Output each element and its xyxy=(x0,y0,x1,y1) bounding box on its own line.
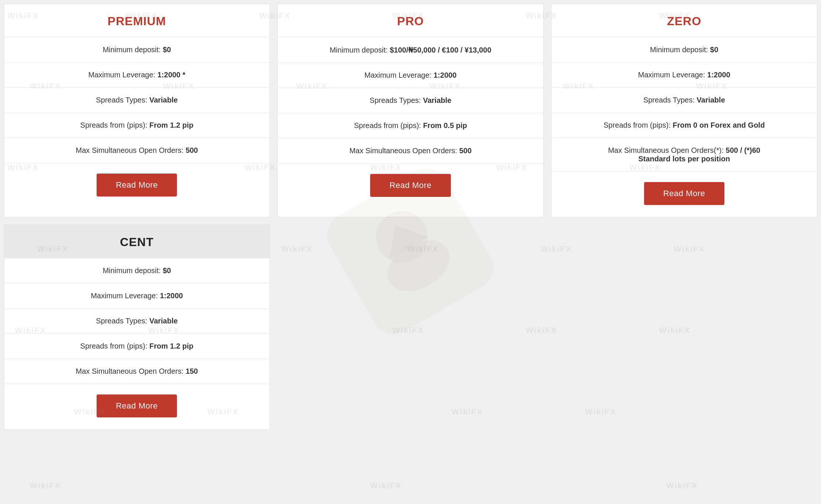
empty-card-2 xyxy=(551,225,817,430)
cent-spreads-types: Spreads Types: Variable xyxy=(4,309,269,334)
premium-title: PREMIUM xyxy=(4,4,269,37)
page-wrapper: WikiFX WikiFX WikiFX WikiFX WikiFX WikiF… xyxy=(0,0,821,504)
premium-btn-row: Read More xyxy=(4,163,269,208)
zero-read-more-button[interactable]: Read More xyxy=(644,182,724,205)
zero-card: ZERO Minimum deposit: $0 Maximum Leverag… xyxy=(551,4,817,217)
cent-read-more-button[interactable]: Read More xyxy=(97,394,177,417)
wm33: WikiFX xyxy=(370,481,402,491)
pro-read-more-button[interactable]: Read More xyxy=(370,174,450,197)
premium-min-deposit: Minimum deposit: $0 xyxy=(4,37,269,63)
cent-max-orders: Max Simultaneous Open Orders: 150 xyxy=(4,359,269,384)
zero-max-orders: Max Simultaneous Open Orders(*): 500 / (… xyxy=(552,138,817,172)
zero-title: ZERO xyxy=(552,4,817,37)
pro-spreads-types: Spreads Types: Variable xyxy=(278,88,543,113)
premium-spreads-from: Spreads from (pips): From 1.2 pip xyxy=(4,113,269,138)
pro-max-orders: Max Simultaneous Open Orders: 500 xyxy=(278,138,543,164)
wm34: WikiFX xyxy=(666,481,698,491)
premium-max-leverage: Maximum Leverage: 1:2000 * xyxy=(4,63,269,88)
premium-card: PREMIUM Minimum deposit: $0 Maximum Leve… xyxy=(4,4,270,217)
premium-read-more-button[interactable]: Read More xyxy=(97,174,177,196)
cent-title: CENT xyxy=(4,225,269,258)
cent-card: CENT Minimum deposit: $0 Maximum Leverag… xyxy=(4,225,270,430)
top-cards-grid: PREMIUM Minimum deposit: $0 Maximum Leve… xyxy=(0,0,821,221)
wm32: WikiFX xyxy=(30,481,61,491)
pro-spreads-from: Spreads from (pips): From 0.5 pip xyxy=(278,113,543,138)
cent-min-deposit: Minimum deposit: $0 xyxy=(4,258,269,283)
pro-title: PRO xyxy=(278,4,543,37)
cent-spreads-from: Spreads from (pips): From 1.2 pip xyxy=(4,334,269,359)
bottom-cards-grid: CENT Minimum deposit: $0 Maximum Leverag… xyxy=(0,221,821,433)
zero-min-deposit: Minimum deposit: $0 xyxy=(552,37,817,63)
zero-btn-row: Read More xyxy=(552,172,817,217)
pro-min-deposit: Minimum deposit: $100/₦50,000 / €100 / ¥… xyxy=(278,37,543,63)
zero-spreads-from: Spreads from (pips): From 0 on Forex and… xyxy=(552,113,817,138)
pro-card: PRO Minimum deposit: $100/₦50,000 / €100… xyxy=(277,4,543,217)
premium-spreads-types: Spreads Types: Variable xyxy=(4,88,269,113)
pro-btn-row: Read More xyxy=(278,164,543,209)
empty-card-1 xyxy=(277,225,543,430)
cent-max-leverage: Maximum Leverage: 1:2000 xyxy=(4,283,269,309)
zero-max-leverage: Maximum Leverage: 1:2000 xyxy=(552,63,817,88)
zero-spreads-types: Spreads Types: Variable xyxy=(552,88,817,113)
cent-btn-row: Read More xyxy=(4,384,269,429)
premium-max-orders: Max Simultaneous Open Orders: 500 xyxy=(4,138,269,163)
pro-max-leverage: Maximum Leverage: 1:2000 xyxy=(278,63,543,88)
